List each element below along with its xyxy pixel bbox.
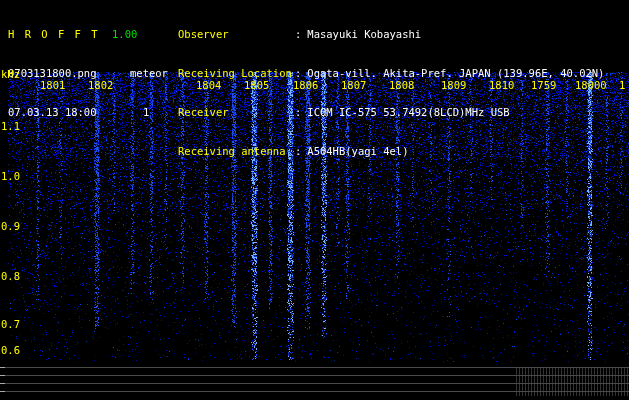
time-tick-label: 1806	[293, 80, 318, 91]
freq-tick-label: 1.1	[1, 121, 20, 132]
info-colon: :	[295, 106, 301, 118]
info-value: A504HB(yagi 4el)	[307, 145, 408, 157]
time-tick-label: 1	[619, 80, 625, 91]
info-value: Masayuki Kobayashi	[307, 28, 421, 40]
freq-tick-label: 0.7	[1, 319, 20, 330]
hrofft-screen: H R O F F T1.00 0703131800.pngmeteor 07.…	[0, 0, 629, 400]
info-panel: Observer:Masayuki Kobayashi Receiving Lo…	[178, 2, 604, 184]
count-value: 1	[143, 106, 149, 118]
app-version: 1.00	[112, 28, 137, 40]
info-label: Receiver	[178, 106, 295, 119]
info-label: Receiving antenna	[178, 145, 295, 158]
info-value: ICOM IC-575 53.7492(8LCD)MHz USB	[307, 106, 509, 118]
freq-tick-label: 0.9	[1, 221, 20, 232]
time-tick-label: 1807	[341, 80, 366, 91]
info-label: Observer	[178, 28, 295, 41]
time-tick-label: 18000	[575, 80, 607, 91]
info-row-antenna: Receiving antenna:A504HB(yagi 4el)	[178, 145, 604, 158]
time-tick-label: 1808	[389, 80, 414, 91]
info-colon: :	[295, 28, 301, 40]
info-colon: :	[295, 145, 301, 157]
info-value: Ogata-vill. Akita-Pref. JAPAN (139.96E, …	[307, 67, 604, 79]
freq-tick-label: kHz	[1, 69, 20, 80]
time-tick-label: 1759	[531, 80, 556, 91]
app-title: H R O F F T	[8, 28, 112, 41]
freq-tick-label: 0.6	[1, 345, 20, 356]
title-row: H R O F F T1.00	[8, 28, 168, 41]
time-tick-label: 1802	[88, 80, 113, 91]
time-tick-label: 1804	[196, 80, 221, 91]
datetime-row: 07.03.13 18:001	[8, 106, 168, 119]
info-colon: :	[295, 67, 301, 79]
time-tick-label: 1805	[244, 80, 269, 91]
time-tick-label: 1810	[489, 80, 514, 91]
mode-label: meteor	[130, 67, 168, 79]
time-tick-label: 1801	[40, 80, 65, 91]
info-row-receiver: Receiver:ICOM IC-575 53.7492(8LCD)MHz US…	[178, 106, 604, 119]
time-tick-label: 1809	[441, 80, 466, 91]
freq-tick-label: 0.8	[1, 271, 20, 282]
datetime: 07.03.13 18:00	[8, 106, 130, 119]
freq-tick-label: 1.0	[1, 171, 20, 182]
header-left: H R O F F T1.00 0703131800.pngmeteor 07.…	[8, 2, 168, 145]
info-row-observer: Observer:Masayuki Kobayashi	[178, 28, 604, 41]
